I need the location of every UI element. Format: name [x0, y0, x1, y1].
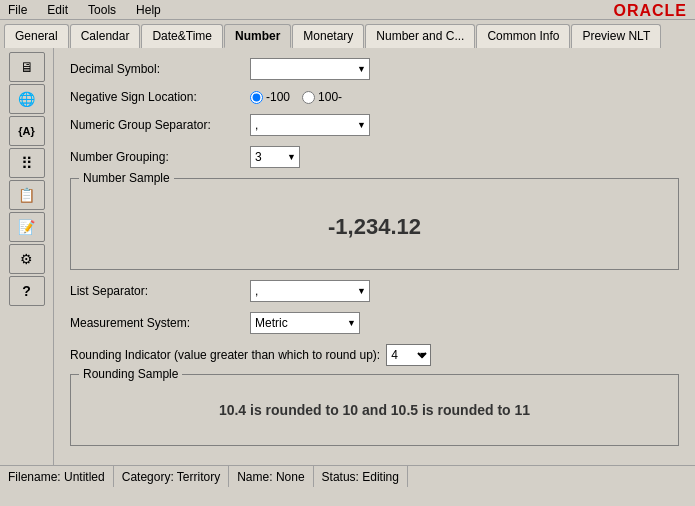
- list-separator-row: List Separator: , ;: [70, 280, 679, 302]
- sidebar-btn-display[interactable]: 🖥: [9, 52, 45, 82]
- sidebar-btn-edit[interactable]: 📝: [9, 212, 45, 242]
- sidebar-btn-clipboard[interactable]: 📋: [9, 180, 45, 210]
- status-editing: Status: Editing: [314, 466, 408, 487]
- number-grouping-select[interactable]: 3 2 4: [250, 146, 300, 168]
- rounding-indicator-row: Rounding Indicator (value greater than w…: [70, 344, 679, 366]
- number-grouping-row: Number Grouping: 3 2 4: [70, 146, 679, 168]
- radio-negative-100-label[interactable]: -100: [250, 90, 290, 104]
- list-separator-label: List Separator:: [70, 284, 250, 298]
- measurement-system-label: Measurement System:: [70, 316, 250, 330]
- tab-number[interactable]: Number: [224, 24, 291, 48]
- radio-100-negative-label[interactable]: 100-: [302, 90, 342, 104]
- menu-edit[interactable]: Edit: [43, 1, 72, 19]
- group-separator-label: Numeric Group Separator:: [70, 118, 250, 132]
- tab-calendar[interactable]: Calendar: [70, 24, 141, 48]
- rounding-sample-value: 10.4 is rounded to 10 and 10.5 is rounde…: [81, 385, 668, 435]
- oracle-logo: ORACLE: [613, 2, 687, 20]
- decimal-symbol-wrapper: . ,: [250, 58, 370, 80]
- negative-sign-radio-group: -100 100-: [250, 90, 342, 104]
- sidebar-btn-help[interactable]: ?: [9, 276, 45, 306]
- number-grouping-label: Number Grouping:: [70, 150, 250, 164]
- tab-monetary[interactable]: Monetary: [292, 24, 364, 48]
- sidebar-btn-dots[interactable]: ⠿: [9, 148, 45, 178]
- group-separator-select[interactable]: , .: [250, 114, 370, 136]
- measurement-system-row: Measurement System: Metric Imperial: [70, 312, 679, 334]
- sidebar: 🖥 🌐 {A} ⠿ 📋 📝 ⚙ ?: [0, 48, 54, 465]
- tab-number-and-c[interactable]: Number and C...: [365, 24, 475, 48]
- status-bar: Filename: Untitled Category: Territory N…: [0, 465, 695, 487]
- status-name: Name: None: [229, 466, 313, 487]
- content-area: Decimal Symbol: . , Negative Sign Locati…: [54, 48, 695, 465]
- sidebar-btn-format[interactable]: {A}: [9, 116, 45, 146]
- radio-negative-100-text: -100: [266, 90, 290, 104]
- tab-preview-nlt[interactable]: Preview NLT: [571, 24, 661, 48]
- decimal-symbol-row: Decimal Symbol: . ,: [70, 58, 679, 80]
- decimal-symbol-select[interactable]: . ,: [250, 58, 370, 80]
- tab-general[interactable]: General: [4, 24, 69, 48]
- tab-common-info[interactable]: Common Info: [476, 24, 570, 48]
- rounding-indicator-wrapper: 4 3 5: [380, 344, 431, 366]
- menu-tools[interactable]: Tools: [84, 1, 120, 19]
- rounding-indicator-label: Rounding Indicator (value greater than w…: [70, 348, 380, 362]
- number-sample-legend: Number Sample: [79, 171, 174, 185]
- radio-100-negative-text: 100-: [318, 90, 342, 104]
- decimal-symbol-label: Decimal Symbol:: [70, 62, 250, 76]
- rounding-sample-box: Rounding Sample 10.4 is rounded to 10 an…: [70, 374, 679, 446]
- rounding-sample-legend: Rounding Sample: [79, 367, 182, 381]
- menu-help[interactable]: Help: [132, 1, 165, 19]
- tab-bar: General Calendar Date&Time Number Moneta…: [0, 20, 695, 48]
- radio-100-negative[interactable]: [302, 91, 315, 104]
- measurement-system-wrapper: Metric Imperial: [250, 312, 360, 334]
- number-sample-box: Number Sample -1,234.12: [70, 178, 679, 270]
- status-category: Category: Territory: [114, 466, 229, 487]
- negative-sign-label: Negative Sign Location:: [70, 90, 250, 104]
- group-separator-row: Numeric Group Separator: , .: [70, 114, 679, 136]
- negative-sign-row: Negative Sign Location: -100 100-: [70, 90, 679, 104]
- list-separator-wrapper: , ;: [250, 280, 370, 302]
- tab-datetime[interactable]: Date&Time: [141, 24, 223, 48]
- number-sample-value: -1,234.12: [81, 189, 668, 259]
- list-separator-select[interactable]: , ;: [250, 280, 370, 302]
- measurement-system-select[interactable]: Metric Imperial: [250, 312, 360, 334]
- sidebar-btn-gear[interactable]: ⚙: [9, 244, 45, 274]
- sidebar-btn-globe[interactable]: 🌐: [9, 84, 45, 114]
- radio-negative-100[interactable]: [250, 91, 263, 104]
- group-separator-wrapper: , .: [250, 114, 370, 136]
- menu-file[interactable]: File: [4, 1, 31, 19]
- rounding-indicator-select[interactable]: 4 3 5: [386, 344, 431, 366]
- status-filename: Filename: Untitled: [0, 466, 114, 487]
- number-grouping-wrapper: 3 2 4: [250, 146, 300, 168]
